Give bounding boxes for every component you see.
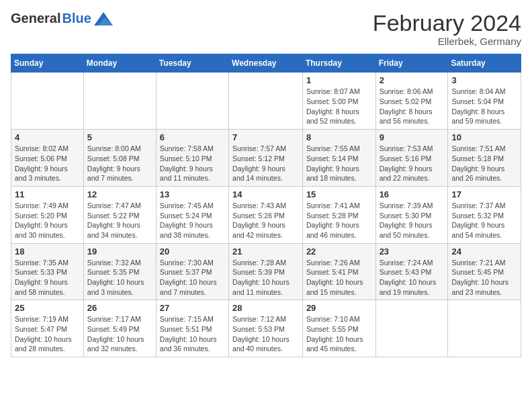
- calendar-cell: 27Sunrise: 7:15 AMSunset: 5:51 PMDayligh…: [156, 300, 228, 357]
- day-info: Sunrise: 7:39 AMSunset: 5:30 PMDaylight:…: [380, 201, 445, 240]
- month-year-title: February 2024: [373, 11, 521, 36]
- day-info: Sunrise: 7:10 AMSunset: 5:55 PMDaylight:…: [306, 314, 372, 354]
- calendar-cell: 5Sunrise: 8:00 AMSunset: 5:08 PMDaylight…: [83, 130, 156, 187]
- day-info: Sunrise: 7:57 AMSunset: 5:12 PMDaylight:…: [232, 144, 299, 183]
- day-info: Sunrise: 7:35 AMSunset: 5:33 PMDaylight:…: [15, 258, 80, 298]
- day-info: Sunrise: 8:04 AMSunset: 5:04 PMDaylight:…: [451, 87, 517, 126]
- day-number: 6: [160, 132, 225, 142]
- day-number: 1: [306, 75, 372, 85]
- weekday-header-saturday: Saturday: [448, 54, 521, 73]
- calendar-cell: 18Sunrise: 7:35 AMSunset: 5:33 PMDayligh…: [11, 243, 84, 300]
- calendar-cell: 26Sunrise: 7:17 AMSunset: 5:49 PMDayligh…: [83, 300, 156, 357]
- day-number: 12: [87, 189, 152, 199]
- day-info: Sunrise: 7:12 AMSunset: 5:53 PMDaylight:…: [232, 314, 299, 354]
- calendar-cell: 20Sunrise: 7:30 AMSunset: 5:37 PMDayligh…: [156, 243, 228, 300]
- day-number: 11: [15, 189, 80, 199]
- calendar-cell: 14Sunrise: 7:43 AMSunset: 5:26 PMDayligh…: [229, 186, 303, 243]
- day-info: Sunrise: 7:53 AMSunset: 5:16 PMDaylight:…: [380, 144, 445, 183]
- weekday-header-tuesday: Tuesday: [156, 54, 228, 73]
- calendar-cell: 28Sunrise: 7:12 AMSunset: 5:53 PMDayligh…: [229, 300, 303, 357]
- day-info: Sunrise: 8:07 AMSunset: 5:00 PMDaylight:…: [306, 87, 372, 126]
- calendar-cell: 16Sunrise: 7:39 AMSunset: 5:30 PMDayligh…: [375, 186, 448, 243]
- weekday-header-sunday: Sunday: [11, 54, 84, 73]
- calendar-cell: 15Sunrise: 7:41 AMSunset: 5:28 PMDayligh…: [302, 186, 375, 243]
- calendar-cell: 1Sunrise: 8:07 AMSunset: 5:00 PMDaylight…: [302, 73, 375, 130]
- day-info: Sunrise: 8:06 AMSunset: 5:02 PMDaylight:…: [380, 87, 445, 126]
- day-info: Sunrise: 7:55 AMSunset: 5:14 PMDaylight:…: [306, 144, 372, 183]
- logo: General Blue: [11, 11, 113, 26]
- calendar-cell: [229, 73, 303, 130]
- calendar-cell: 6Sunrise: 7:58 AMSunset: 5:10 PMDaylight…: [156, 130, 228, 187]
- day-number: 17: [451, 189, 517, 199]
- day-number: 9: [380, 132, 445, 142]
- day-number: 13: [160, 189, 225, 199]
- day-number: 24: [451, 246, 517, 257]
- day-number: 18: [15, 246, 80, 257]
- calendar-cell: 22Sunrise: 7:26 AMSunset: 5:41 PMDayligh…: [302, 243, 375, 300]
- day-info: Sunrise: 7:32 AMSunset: 5:35 PMDaylight:…: [87, 258, 152, 298]
- weekday-header-thursday: Thursday: [302, 54, 375, 73]
- weekday-header-wednesday: Wednesday: [229, 54, 303, 73]
- day-number: 28: [232, 303, 299, 313]
- page-header: General Blue February 2024 Ellerbek, Ger…: [11, 11, 521, 47]
- calendar-cell: 9Sunrise: 7:53 AMSunset: 5:16 PMDaylight…: [375, 130, 448, 187]
- calendar-week-row: 4Sunrise: 8:02 AMSunset: 5:06 PMDaylight…: [11, 130, 521, 187]
- calendar-cell: 24Sunrise: 7:21 AMSunset: 5:45 PMDayligh…: [448, 243, 521, 300]
- day-number: 29: [306, 303, 372, 313]
- calendar-cell: 17Sunrise: 7:37 AMSunset: 5:32 PMDayligh…: [448, 186, 521, 243]
- calendar-cell: [156, 73, 228, 130]
- day-info: Sunrise: 7:30 AMSunset: 5:37 PMDaylight:…: [160, 258, 225, 298]
- logo-blue-text: Blue: [62, 11, 91, 26]
- calendar-cell: 21Sunrise: 7:28 AMSunset: 5:39 PMDayligh…: [229, 243, 303, 300]
- day-number: 20: [160, 246, 225, 257]
- day-info: Sunrise: 7:43 AMSunset: 5:26 PMDaylight:…: [232, 201, 299, 240]
- day-number: 16: [380, 189, 445, 199]
- day-number: 7: [232, 132, 299, 142]
- day-info: Sunrise: 7:24 AMSunset: 5:43 PMDaylight:…: [380, 258, 445, 298]
- day-info: Sunrise: 7:17 AMSunset: 5:49 PMDaylight:…: [87, 314, 152, 354]
- day-info: Sunrise: 8:02 AMSunset: 5:06 PMDaylight:…: [15, 144, 80, 183]
- weekday-header-monday: Monday: [83, 54, 156, 73]
- calendar-cell: [11, 73, 84, 130]
- calendar-cell: 10Sunrise: 7:51 AMSunset: 5:18 PMDayligh…: [448, 130, 521, 187]
- calendar-cell: 8Sunrise: 7:55 AMSunset: 5:14 PMDaylight…: [302, 130, 375, 187]
- calendar-week-row: 11Sunrise: 7:49 AMSunset: 5:20 PMDayligh…: [11, 186, 521, 243]
- day-info: Sunrise: 7:47 AMSunset: 5:22 PMDaylight:…: [87, 201, 152, 240]
- day-info: Sunrise: 7:51 AMSunset: 5:18 PMDaylight:…: [451, 144, 517, 183]
- calendar-week-row: 1Sunrise: 8:07 AMSunset: 5:00 PMDaylight…: [11, 73, 521, 130]
- day-info: Sunrise: 7:15 AMSunset: 5:51 PMDaylight:…: [160, 314, 225, 354]
- day-info: Sunrise: 7:26 AMSunset: 5:41 PMDaylight:…: [306, 258, 372, 298]
- day-number: 26: [87, 303, 152, 313]
- calendar-week-row: 18Sunrise: 7:35 AMSunset: 5:33 PMDayligh…: [11, 243, 521, 300]
- day-number: 5: [87, 132, 152, 142]
- day-info: Sunrise: 7:21 AMSunset: 5:45 PMDaylight:…: [451, 258, 517, 298]
- day-number: 8: [306, 132, 372, 142]
- calendar-cell: 29Sunrise: 7:10 AMSunset: 5:55 PMDayligh…: [302, 300, 375, 357]
- calendar-cell: [83, 73, 156, 130]
- calendar-cell: 4Sunrise: 8:02 AMSunset: 5:06 PMDaylight…: [11, 130, 84, 187]
- calendar-cell: [375, 300, 448, 357]
- logo-icon: [94, 12, 113, 26]
- day-number: 22: [306, 246, 372, 257]
- calendar-cell: 13Sunrise: 7:45 AMSunset: 5:24 PMDayligh…: [156, 186, 228, 243]
- day-number: 14: [232, 189, 299, 199]
- logo-general-text: General: [11, 11, 60, 26]
- day-info: Sunrise: 7:45 AMSunset: 5:24 PMDaylight:…: [160, 201, 225, 240]
- calendar-cell: 23Sunrise: 7:24 AMSunset: 5:43 PMDayligh…: [375, 243, 448, 300]
- day-info: Sunrise: 7:28 AMSunset: 5:39 PMDaylight:…: [232, 258, 299, 298]
- day-info: Sunrise: 8:00 AMSunset: 5:08 PMDaylight:…: [87, 144, 152, 183]
- day-number: 21: [232, 246, 299, 257]
- calendar-table: SundayMondayTuesdayWednesdayThursdayFrid…: [11, 54, 521, 357]
- day-info: Sunrise: 7:19 AMSunset: 5:47 PMDaylight:…: [15, 314, 80, 354]
- day-info: Sunrise: 7:37 AMSunset: 5:32 PMDaylight:…: [451, 201, 517, 240]
- day-number: 19: [87, 246, 152, 257]
- day-number: 4: [15, 132, 80, 142]
- day-number: 27: [160, 303, 225, 313]
- calendar-cell: 7Sunrise: 7:57 AMSunset: 5:12 PMDaylight…: [229, 130, 303, 187]
- day-info: Sunrise: 7:49 AMSunset: 5:20 PMDaylight:…: [15, 201, 80, 240]
- calendar-cell: 2Sunrise: 8:06 AMSunset: 5:02 PMDaylight…: [375, 73, 448, 130]
- calendar-cell: 19Sunrise: 7:32 AMSunset: 5:35 PMDayligh…: [83, 243, 156, 300]
- calendar-cell: 12Sunrise: 7:47 AMSunset: 5:22 PMDayligh…: [83, 186, 156, 243]
- location-subtitle: Ellerbek, Germany: [373, 36, 521, 47]
- day-info: Sunrise: 7:41 AMSunset: 5:28 PMDaylight:…: [306, 201, 372, 240]
